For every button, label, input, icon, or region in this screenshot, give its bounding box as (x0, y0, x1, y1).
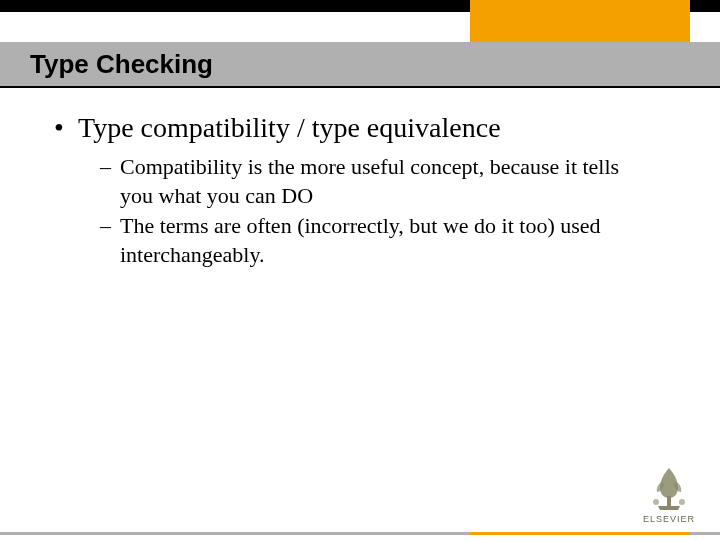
title-bar: Type Checking (0, 42, 720, 88)
slide-content: Type compatibility / type equivalence Co… (54, 110, 654, 271)
slide-title: Type Checking (30, 49, 213, 80)
sub-bullet: Compatibility is the more useful concept… (100, 153, 654, 210)
bottom-orange-rule (470, 532, 690, 535)
sub-bullet: The terms are often (incorrectly, but we… (100, 212, 654, 269)
main-bullet: Type compatibility / type equivalence (54, 110, 654, 145)
svg-rect-1 (667, 496, 671, 506)
sub-bullet-list: Compatibility is the more useful concept… (100, 153, 654, 269)
svg-point-3 (679, 499, 685, 505)
svg-point-2 (653, 499, 659, 505)
top-orange-block (470, 0, 690, 42)
publisher-logo: ELSEVIER (636, 462, 702, 524)
publisher-name: ELSEVIER (636, 514, 702, 524)
elsevier-tree-icon (644, 462, 694, 512)
